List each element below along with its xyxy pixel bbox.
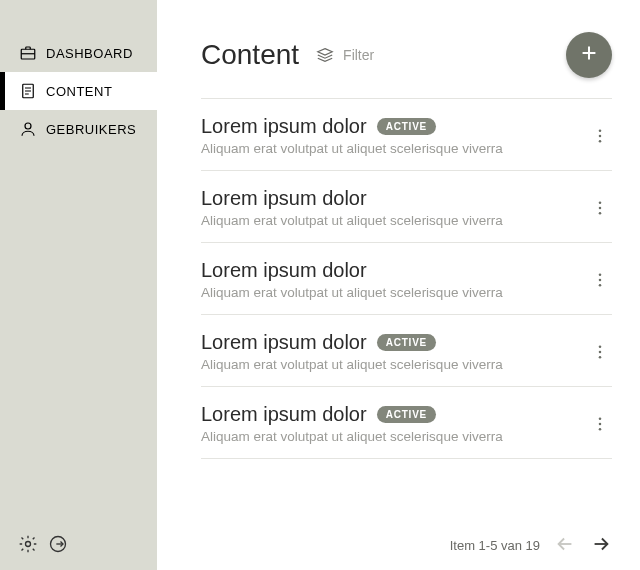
svg-point-3 (26, 542, 31, 547)
svg-point-7 (599, 139, 602, 142)
sidebar-item-label: CONTENT (46, 84, 112, 99)
svg-point-14 (599, 345, 602, 348)
more-button[interactable] (588, 196, 612, 220)
document-icon (19, 82, 37, 100)
arrow-right-icon (590, 533, 612, 558)
sidebar-item-dashboard[interactable]: DASHBOARD (0, 34, 157, 72)
status-badge: ACTIVE (377, 118, 436, 135)
sidebar-item-label: DASHBOARD (46, 46, 133, 61)
svg-point-19 (599, 427, 602, 430)
row-title: Lorem ipsum dolor (201, 403, 367, 426)
pager-prev (554, 534, 576, 556)
list-item[interactable]: Lorem ipsum dolor ACTIVE Aliquam erat vo… (201, 387, 612, 459)
sidebar-item-content[interactable]: CONTENT (0, 72, 157, 110)
svg-point-13 (599, 283, 602, 286)
status-badge: ACTIVE (377, 334, 436, 351)
header: Content Filter (201, 32, 612, 99)
svg-point-10 (599, 211, 602, 214)
list-item[interactable]: Lorem ipsum dolor Aliquam erat volutpat … (201, 243, 612, 315)
pager-next[interactable] (590, 534, 612, 556)
filter-label: Filter (343, 47, 374, 63)
briefcase-icon (19, 44, 37, 62)
svg-point-11 (599, 273, 602, 276)
more-button[interactable] (588, 268, 612, 292)
svg-point-5 (599, 129, 602, 132)
svg-point-9 (599, 206, 602, 209)
svg-point-18 (599, 422, 602, 425)
svg-point-12 (599, 278, 602, 281)
sidebar: DASHBOARD CONTENT GEBRUIKERS (0, 0, 157, 570)
svg-point-8 (599, 201, 602, 204)
content-list: Lorem ipsum dolor ACTIVE Aliquam erat vo… (201, 99, 612, 520)
row-subtitle: Aliquam erat volutpat ut aliquet sceleri… (201, 213, 503, 228)
logout-icon[interactable] (48, 534, 68, 554)
svg-point-6 (599, 134, 602, 137)
row-title: Lorem ipsum dolor (201, 187, 367, 210)
sidebar-item-users[interactable]: GEBRUIKERS (0, 110, 157, 148)
gear-icon[interactable] (18, 534, 38, 554)
sidebar-item-label: GEBRUIKERS (46, 122, 136, 137)
status-badge: ACTIVE (377, 406, 436, 423)
more-button[interactable] (588, 124, 612, 148)
row-subtitle: Aliquam erat volutpat ut aliquet sceleri… (201, 285, 503, 300)
plus-icon (578, 42, 600, 68)
row-subtitle: Aliquam erat volutpat ut aliquet sceleri… (201, 141, 503, 156)
row-subtitle: Aliquam erat volutpat ut aliquet sceleri… (201, 429, 503, 444)
main: Content Filter Lorem ipsum d (157, 0, 640, 570)
list-item[interactable]: Lorem ipsum dolor Aliquam erat volutpat … (201, 171, 612, 243)
list-item[interactable]: Lorem ipsum dolor ACTIVE Aliquam erat vo… (201, 315, 612, 387)
more-button[interactable] (588, 412, 612, 436)
pager: Item 1-5 van 19 (201, 520, 612, 570)
sidebar-footer (18, 534, 68, 554)
svg-point-17 (599, 417, 602, 420)
svg-point-2 (25, 123, 31, 129)
svg-point-15 (599, 350, 602, 353)
svg-point-16 (599, 355, 602, 358)
header-left: Content Filter (201, 39, 374, 71)
row-title: Lorem ipsum dolor (201, 331, 367, 354)
page-title: Content (201, 39, 299, 71)
more-button[interactable] (588, 340, 612, 364)
row-title: Lorem ipsum dolor (201, 115, 367, 138)
row-subtitle: Aliquam erat volutpat ut aliquet sceleri… (201, 357, 503, 372)
add-button[interactable] (566, 32, 612, 78)
arrow-left-icon (554, 533, 576, 558)
pager-text: Item 1-5 van 19 (450, 538, 540, 553)
filter-button[interactable]: Filter (315, 47, 374, 63)
layers-icon (315, 47, 335, 63)
row-title: Lorem ipsum dolor (201, 259, 367, 282)
user-icon (19, 120, 37, 138)
list-item[interactable]: Lorem ipsum dolor ACTIVE Aliquam erat vo… (201, 99, 612, 171)
